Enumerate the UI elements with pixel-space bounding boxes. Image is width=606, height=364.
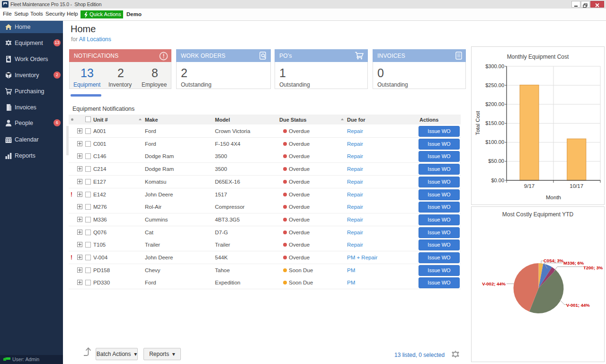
svg-text:$150.00: $150.00 (485, 120, 504, 126)
svg-text:V-002; 44%: V-002; 44% (482, 281, 506, 286)
svg-text:M336; 6%: M336; 6% (563, 260, 584, 266)
svg-text:$200.00: $200.00 (485, 101, 504, 107)
svg-text:$100.00: $100.00 (485, 139, 504, 145)
svg-text:$0.00: $0.00 (491, 178, 504, 183)
svg-text:10/17: 10/17 (570, 183, 583, 189)
svg-text:V-001; 44%: V-001; 44% (566, 302, 590, 308)
svg-text:Most Costly Equipment YTD: Most Costly Equipment YTD (502, 211, 574, 218)
svg-text:$50.00: $50.00 (488, 158, 504, 164)
svg-text:9/17: 9/17 (524, 183, 535, 189)
svg-text:$250.00: $250.00 (485, 82, 504, 88)
svg-text:C054; 3%: C054; 3% (544, 258, 564, 263)
svg-text:Month: Month (546, 195, 561, 200)
svg-text:Monthly Equipment Cost: Monthly Equipment Cost (507, 53, 569, 60)
svg-text:Total Cost: Total Cost (475, 111, 481, 135)
svg-text:T200; 3%: T200; 3% (583, 265, 603, 270)
svg-text:$300.00: $300.00 (485, 63, 504, 69)
